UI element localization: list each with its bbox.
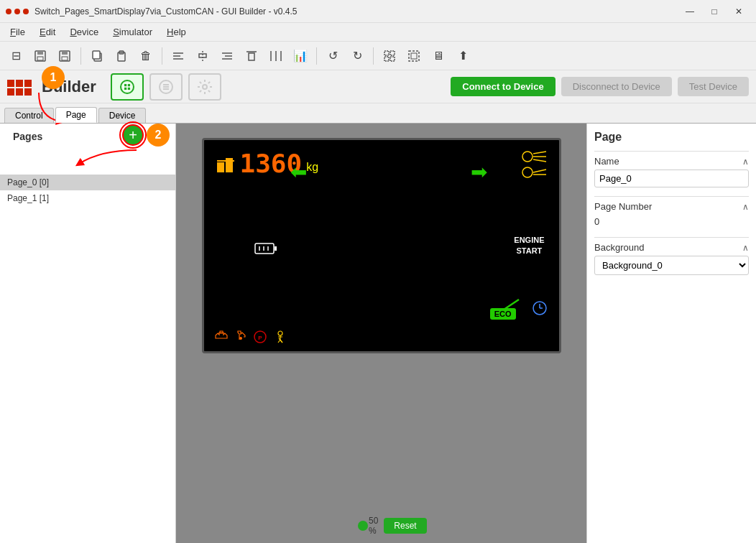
svg-rect-31	[24, 80, 32, 87]
connect-device-button[interactable]: Connect to Device	[451, 77, 555, 96]
dash-headlight-2	[522, 166, 548, 179]
left-panel: Pages + 2 Page_0 [0] Page_1 [1]	[0, 124, 176, 543]
prop-label-background: Background	[594, 242, 644, 253]
pages-panel-title: Pages	[6, 125, 50, 145]
toolbar-redo[interactable]: ↻	[346, 45, 369, 68]
canvas-area: 1360 kg ⬅ ➡	[176, 124, 586, 543]
toolbar-paste[interactable]	[110, 45, 133, 68]
svg-point-64	[278, 331, 282, 335]
prop-pagenumber-value: 0	[594, 215, 749, 231]
toolbar-align-top[interactable]	[240, 45, 263, 68]
tutorial-bubble-2: 2	[147, 124, 170, 147]
tab-page[interactable]: Page	[55, 107, 97, 123]
menu-device[interactable]: Device	[63, 25, 106, 39]
prop-name-input[interactable]	[594, 170, 749, 187]
svg-text:P: P	[258, 335, 262, 341]
tutorial-bubble-1: 1	[42, 66, 65, 89]
prop-section-name: Name ∧	[594, 151, 749, 190]
action-settings-btn[interactable]	[188, 73, 221, 101]
toolbar-pages[interactable]: ⊟	[4, 45, 27, 68]
toolbar: ⊟ 🗑 📊 ↺ ↻ 🖥 ⬆	[0, 42, 756, 70]
toolbar-chart[interactable]: 📊	[289, 45, 312, 68]
minimize-button[interactable]: —	[678, 4, 701, 19]
logo-dot-3	[23, 9, 29, 14]
right-panel-title: Page	[594, 131, 749, 144]
tutorial-arrow-2	[7, 147, 151, 168]
zoom-reset-button[interactable]: Reset	[384, 518, 426, 534]
dash-battery	[254, 241, 277, 259]
window-controls: — □ ✕	[678, 4, 750, 19]
prop-section-background: Background ∧ Background_0 Background_1 B…	[594, 237, 749, 275]
svg-rect-19	[249, 53, 254, 60]
dash-oil-warning	[234, 330, 247, 341]
toolbar-copy[interactable]	[86, 45, 109, 68]
svg-point-44	[522, 152, 533, 162]
logo-dot-1	[6, 9, 11, 14]
dash-pressure-warning: P	[253, 330, 267, 344]
svg-rect-26	[390, 57, 395, 61]
close-button[interactable]: ✕	[727, 4, 750, 19]
add-page-button[interactable]: +	[122, 124, 144, 146]
toolbar-upload[interactable]: ⬆	[451, 45, 474, 68]
dash-turn-right: ➡	[471, 160, 487, 184]
app-logo	[7, 77, 33, 97]
menu-edit[interactable]: Edit	[32, 25, 63, 39]
prop-header-name[interactable]: Name ∧	[594, 152, 749, 170]
dash-bottom-icons: P	[214, 330, 287, 344]
svg-rect-2	[37, 57, 43, 60]
svg-point-61	[239, 337, 242, 340]
page-list-item-1[interactable]: Page_1 [1]	[0, 190, 175, 206]
svg-rect-51	[255, 243, 274, 254]
menu-file[interactable]: File	[3, 25, 32, 39]
dash-seatbelt-warning	[273, 330, 287, 344]
svg-rect-1	[37, 51, 43, 55]
svg-rect-29	[7, 80, 14, 87]
tabbar: Control Page Device	[0, 103, 756, 124]
toolbar-align-center[interactable]	[191, 45, 214, 68]
dash-weight-icon	[216, 154, 236, 178]
action-pages-btn[interactable]	[111, 73, 144, 101]
toolbar-group[interactable]	[402, 45, 425, 68]
toolbar-save[interactable]	[53, 45, 76, 68]
menu-simulator[interactable]: Simulator	[106, 25, 160, 39]
svg-rect-7	[93, 51, 100, 59]
zoom-bar: 50 % Reset	[363, 516, 410, 536]
svg-line-49	[533, 170, 546, 172]
zoom-percentage: 50 %	[369, 516, 378, 536]
prop-header-pagenumber[interactable]: Page Number ∧	[594, 197, 749, 215]
toolbar-select[interactable]	[378, 45, 401, 68]
maximize-button[interactable]: □	[703, 4, 726, 19]
dash-headlight-1	[522, 150, 548, 163]
prop-arrow-name: ∧	[742, 157, 749, 167]
toolbar-save-as[interactable]	[29, 45, 52, 68]
toolbar-distribute[interactable]	[264, 45, 287, 68]
toolbar-undo[interactable]: ↺	[321, 45, 344, 68]
svg-rect-25	[384, 57, 389, 61]
prop-section-pagenumber: Page Number ∧ 0	[594, 196, 749, 231]
toolbar-monitor[interactable]: 🖥	[427, 45, 450, 68]
window-title: Switch_Pages_SmartDisplay7via_CustomCAN …	[34, 6, 678, 17]
toolbar-delete[interactable]: 🗑	[134, 45, 157, 68]
dash-turn-left: ⬅	[290, 160, 307, 184]
action-list-btn[interactable]	[149, 73, 183, 101]
page-list-item-0[interactable]: Page_0 [0]	[0, 175, 175, 190]
main-layout: Pages + 2 Page_0 [0] Page_1 [1]	[0, 124, 756, 543]
tab-device[interactable]: Device	[98, 108, 147, 123]
svg-rect-4	[62, 51, 68, 55]
prop-header-background[interactable]: Background ∧	[594, 238, 749, 256]
svg-rect-24	[390, 51, 395, 55]
toolbar-align-left[interactable]	[167, 45, 190, 68]
menubar: File Edit Device Simulator Help	[0, 23, 756, 42]
svg-rect-30	[16, 80, 23, 87]
prop-label-pagenumber: Page Number	[594, 201, 652, 212]
toolbar-align-right[interactable]	[216, 45, 239, 68]
zoom-thumb[interactable]	[358, 521, 368, 531]
disconnect-device-button: Disconnect to Device	[561, 77, 672, 96]
svg-line-47	[533, 159, 546, 162]
prop-background-select[interactable]: Background_0 Background_1 Background_2	[594, 256, 749, 275]
dash-engine-warning	[214, 330, 229, 341]
actionbar: Builder Connect to Device Disconnect to …	[0, 70, 756, 103]
svg-rect-32	[7, 88, 14, 96]
prop-arrow-pagenumber: ∧	[742, 202, 749, 212]
menu-help[interactable]: Help	[160, 25, 193, 39]
